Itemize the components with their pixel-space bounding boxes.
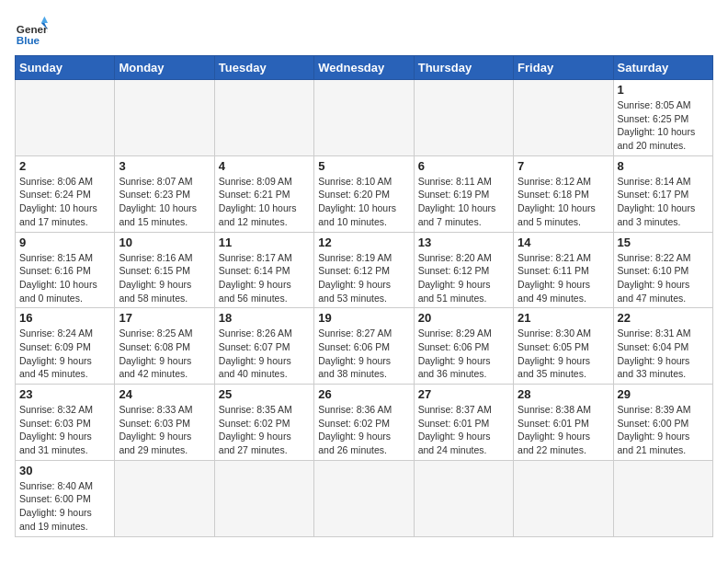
day-number: 17 (119, 311, 210, 325)
week-row-1: 1Sunrise: 8:05 AM Sunset: 6:25 PM Daylig… (16, 80, 713, 156)
week-row-3: 9Sunrise: 8:15 AM Sunset: 6:16 PM Daylig… (16, 232, 713, 308)
week-row-6: 30Sunrise: 8:40 AM Sunset: 6:00 PM Dayli… (16, 460, 713, 536)
day-info: Sunrise: 8:29 AM Sunset: 6:06 PM Dayligh… (418, 327, 509, 381)
day-info: Sunrise: 8:33 AM Sunset: 6:03 PM Dayligh… (119, 403, 210, 457)
day-number: 11 (219, 236, 310, 249)
day-info: Sunrise: 8:21 AM Sunset: 6:11 PM Dayligh… (518, 251, 609, 305)
calendar-cell: 27Sunrise: 8:37 AM Sunset: 6:01 PM Dayli… (414, 385, 513, 461)
day-number: 23 (19, 387, 110, 401)
calendar-cell (214, 80, 313, 156)
day-number: 19 (318, 311, 409, 325)
calendar-cell: 20Sunrise: 8:29 AM Sunset: 6:06 PM Dayli… (414, 308, 513, 385)
day-header-tuesday: Tuesday (214, 56, 313, 80)
calendar-cell: 12Sunrise: 8:19 AM Sunset: 6:12 PM Dayli… (314, 232, 414, 308)
week-row-4: 16Sunrise: 8:24 AM Sunset: 6:09 PM Dayli… (16, 308, 713, 385)
day-info: Sunrise: 8:16 AM Sunset: 6:15 PM Dayligh… (119, 251, 210, 305)
day-number: 5 (318, 159, 409, 173)
calendar-cell: 14Sunrise: 8:21 AM Sunset: 6:11 PM Dayli… (514, 232, 613, 308)
day-info: Sunrise: 8:39 AM Sunset: 6:00 PM Dayligh… (618, 403, 709, 457)
calendar-cell (16, 80, 115, 156)
calendar-cell: 7Sunrise: 8:12 AM Sunset: 6:18 PM Daylig… (514, 155, 613, 232)
day-number: 22 (618, 311, 709, 325)
page-header: General Blue (15, 15, 713, 48)
day-number: 18 (219, 311, 310, 325)
day-info: Sunrise: 8:38 AM Sunset: 6:01 PM Dayligh… (518, 403, 609, 457)
day-number: 10 (119, 236, 210, 249)
logo-icon: General Blue (15, 15, 48, 48)
calendar-header-row: SundayMondayTuesdayWednesdayThursdayFrid… (16, 56, 713, 80)
calendar-cell: 9Sunrise: 8:15 AM Sunset: 6:16 PM Daylig… (16, 232, 115, 308)
logo: General Blue (15, 15, 48, 48)
week-row-5: 23Sunrise: 8:32 AM Sunset: 6:03 PM Dayli… (16, 385, 713, 461)
day-header-sunday: Sunday (16, 56, 115, 80)
day-number: 25 (219, 387, 310, 401)
calendar-cell (314, 460, 414, 536)
day-number: 8 (618, 159, 709, 173)
calendar-cell (414, 80, 513, 156)
day-number: 15 (618, 236, 709, 249)
day-number: 30 (19, 464, 110, 477)
day-number: 6 (418, 159, 509, 173)
day-info: Sunrise: 8:30 AM Sunset: 6:05 PM Dayligh… (518, 327, 609, 381)
day-info: Sunrise: 8:27 AM Sunset: 6:06 PM Dayligh… (318, 327, 409, 381)
day-info: Sunrise: 8:40 AM Sunset: 6:00 PM Dayligh… (19, 479, 110, 534)
calendar-cell: 3Sunrise: 8:07 AM Sunset: 6:23 PM Daylig… (115, 155, 214, 232)
day-number: 14 (518, 236, 609, 249)
day-info: Sunrise: 8:36 AM Sunset: 6:02 PM Dayligh… (318, 403, 409, 457)
week-row-2: 2Sunrise: 8:06 AM Sunset: 6:24 PM Daylig… (16, 155, 713, 232)
day-number: 28 (518, 387, 609, 401)
day-info: Sunrise: 8:22 AM Sunset: 6:10 PM Dayligh… (618, 251, 709, 305)
day-info: Sunrise: 8:17 AM Sunset: 6:14 PM Dayligh… (219, 251, 310, 305)
day-number: 21 (518, 311, 609, 325)
calendar-cell: 15Sunrise: 8:22 AM Sunset: 6:10 PM Dayli… (613, 232, 712, 308)
day-info: Sunrise: 8:15 AM Sunset: 6:16 PM Dayligh… (19, 251, 110, 305)
calendar-cell: 4Sunrise: 8:09 AM Sunset: 6:21 PM Daylig… (214, 155, 313, 232)
day-info: Sunrise: 8:35 AM Sunset: 6:02 PM Dayligh… (219, 403, 310, 457)
calendar-cell: 13Sunrise: 8:20 AM Sunset: 6:12 PM Dayli… (414, 232, 513, 308)
calendar-cell: 22Sunrise: 8:31 AM Sunset: 6:04 PM Dayli… (613, 308, 712, 385)
day-info: Sunrise: 8:07 AM Sunset: 6:23 PM Dayligh… (119, 175, 210, 229)
calendar-cell: 19Sunrise: 8:27 AM Sunset: 6:06 PM Dayli… (314, 308, 414, 385)
day-info: Sunrise: 8:05 AM Sunset: 6:25 PM Dayligh… (618, 98, 709, 153)
day-number: 7 (518, 159, 609, 173)
calendar-cell: 2Sunrise: 8:06 AM Sunset: 6:24 PM Daylig… (16, 155, 115, 232)
day-number: 13 (418, 236, 509, 249)
day-number: 2 (19, 159, 110, 173)
calendar-cell: 30Sunrise: 8:40 AM Sunset: 6:00 PM Dayli… (16, 460, 115, 536)
calendar-cell: 5Sunrise: 8:10 AM Sunset: 6:20 PM Daylig… (314, 155, 414, 232)
calendar-cell: 17Sunrise: 8:25 AM Sunset: 6:08 PM Dayli… (115, 308, 214, 385)
calendar-cell (214, 460, 313, 536)
day-info: Sunrise: 8:06 AM Sunset: 6:24 PM Dayligh… (19, 175, 110, 229)
day-info: Sunrise: 8:12 AM Sunset: 6:18 PM Dayligh… (518, 175, 609, 229)
calendar-cell: 18Sunrise: 8:26 AM Sunset: 6:07 PM Dayli… (214, 308, 313, 385)
day-number: 27 (418, 387, 509, 401)
day-number: 20 (418, 311, 509, 325)
day-info: Sunrise: 8:19 AM Sunset: 6:12 PM Dayligh… (318, 251, 409, 305)
calendar-cell: 28Sunrise: 8:38 AM Sunset: 6:01 PM Dayli… (514, 385, 613, 461)
day-number: 9 (19, 236, 110, 249)
day-info: Sunrise: 8:26 AM Sunset: 6:07 PM Dayligh… (219, 327, 310, 381)
day-header-wednesday: Wednesday (314, 56, 414, 80)
calendar-cell: 8Sunrise: 8:14 AM Sunset: 6:17 PM Daylig… (613, 155, 712, 232)
calendar-cell: 24Sunrise: 8:33 AM Sunset: 6:03 PM Dayli… (115, 385, 214, 461)
calendar-cell: 23Sunrise: 8:32 AM Sunset: 6:03 PM Dayli… (16, 385, 115, 461)
calendar-cell (514, 460, 613, 536)
day-header-thursday: Thursday (414, 56, 513, 80)
day-header-monday: Monday (115, 56, 214, 80)
calendar-table: SundayMondayTuesdayWednesdayThursdayFrid… (15, 55, 713, 537)
day-info: Sunrise: 8:37 AM Sunset: 6:01 PM Dayligh… (418, 403, 509, 457)
calendar-cell (414, 460, 513, 536)
day-info: Sunrise: 8:32 AM Sunset: 6:03 PM Dayligh… (19, 403, 110, 457)
day-info: Sunrise: 8:10 AM Sunset: 6:20 PM Dayligh… (318, 175, 409, 229)
calendar-cell: 16Sunrise: 8:24 AM Sunset: 6:09 PM Dayli… (16, 308, 115, 385)
calendar-cell (314, 80, 414, 156)
calendar-cell: 25Sunrise: 8:35 AM Sunset: 6:02 PM Dayli… (214, 385, 313, 461)
day-number: 1 (618, 83, 709, 97)
day-info: Sunrise: 8:20 AM Sunset: 6:12 PM Dayligh… (418, 251, 509, 305)
calendar-cell: 10Sunrise: 8:16 AM Sunset: 6:15 PM Dayli… (115, 232, 214, 308)
day-number: 3 (119, 159, 210, 173)
calendar-cell: 11Sunrise: 8:17 AM Sunset: 6:14 PM Dayli… (214, 232, 313, 308)
day-info: Sunrise: 8:14 AM Sunset: 6:17 PM Dayligh… (618, 175, 709, 229)
calendar-cell (115, 80, 214, 156)
calendar-cell (514, 80, 613, 156)
